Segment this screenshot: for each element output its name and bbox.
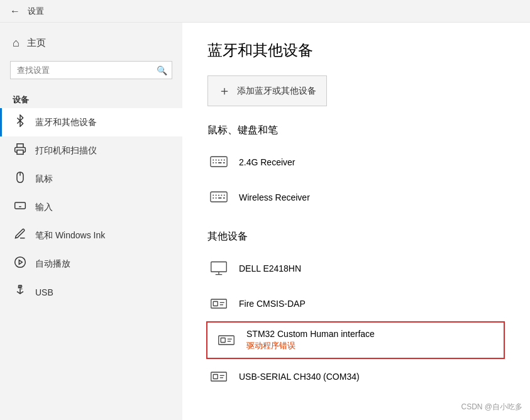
back-button[interactable]: ← — [10, 6, 20, 17]
sidebar-item-usb-label: USB — [35, 287, 53, 297]
sidebar-item-printers-label: 打印机和扫描仪 — [35, 145, 97, 157]
svg-rect-0 — [17, 150, 23, 155]
usb-device-icon-1 — [207, 292, 230, 315]
device-wireless-receiver[interactable]: Wireless Receiver — [207, 180, 505, 215]
other-devices-section: 其他设备 DELL E2418HN — [207, 230, 505, 394]
sidebar: ⌂ 主页 🔍 设备 蓝牙和其他设备 — [0, 23, 182, 420]
title-bar-title: 设置 — [28, 6, 44, 17]
keyboard-device-icon-1 — [207, 151, 230, 174]
add-device-button[interactable]: ＋ 添加蓝牙或其他设备 — [207, 75, 327, 106]
printer-icon — [13, 143, 28, 158]
sidebar-item-pen[interactable]: 笔和 Windows Ink — [0, 221, 182, 250]
svg-rect-37 — [213, 302, 218, 306]
device-stm32[interactable]: STM32 Custom Human interface 驱动程序错误 — [206, 321, 505, 359]
device-stm32-name: STM32 Custom Human interface — [246, 329, 375, 339]
svg-point-10 — [15, 257, 26, 268]
pen-icon — [13, 228, 28, 243]
bluetooth-icon — [13, 114, 28, 130]
device-wireless-receiver-name: Wireless Receiver — [239, 192, 310, 202]
add-icon: ＋ — [218, 82, 231, 99]
device-usb-serial[interactable]: USB-SERIAL CH340 (COM34) — [207, 359, 505, 394]
sidebar-item-input-label: 输入 — [35, 202, 53, 213]
mouse-icon — [13, 171, 28, 187]
sidebar-item-mouse[interactable]: 鼠标 — [0, 165, 182, 193]
device-dell-name: DELL E2418HN — [239, 263, 301, 274]
svg-rect-2 — [15, 202, 26, 209]
device-stm32-info: STM32 Custom Human interface 驱动程序错误 — [246, 329, 375, 351]
monitor-icon — [207, 257, 230, 280]
sidebar-item-mouse-label: 鼠标 — [35, 174, 53, 185]
sidebar-home[interactable]: ⌂ 主页 — [0, 30, 182, 56]
title-bar: ← 设置 — [0, 0, 530, 23]
sidebar-search: 🔍 — [10, 61, 172, 79]
content-area: 蓝牙和其他设备 ＋ 添加蓝牙或其他设备 鼠标、键盘和笔 — [182, 23, 530, 420]
page-title: 蓝牙和其他设备 — [207, 40, 505, 60]
sidebar-item-printers[interactable]: 打印机和扫描仪 — [0, 136, 182, 165]
sidebar-item-autoplay-label: 自动播放 — [35, 258, 70, 270]
sidebar-item-input[interactable]: 输入 — [0, 193, 182, 221]
usb-icon — [13, 284, 28, 300]
device-fire-cmsis-name: Fire CMSIS-DAP — [239, 299, 306, 309]
keyboard-icon — [13, 199, 28, 215]
main-layout: ⌂ 主页 🔍 设备 蓝牙和其他设备 — [0, 23, 530, 420]
device-fire-cmsis[interactable]: Fire CMSIS-DAP — [207, 286, 505, 321]
svg-marker-11 — [19, 260, 22, 265]
sidebar-section-label: 设备 — [0, 89, 182, 108]
autoplay-icon — [13, 256, 28, 272]
svg-rect-23 — [211, 192, 227, 202]
home-label: 主页 — [27, 37, 46, 49]
home-icon: ⌂ — [13, 36, 19, 50]
sidebar-item-bluetooth[interactable]: 蓝牙和其他设备 — [0, 108, 182, 136]
device-stm32-sub: 驱动程序错误 — [246, 340, 375, 351]
keyboard-device-icon-2 — [207, 186, 230, 209]
device-2g-receiver-name: 2.4G Receiver — [239, 157, 295, 167]
sidebar-item-usb[interactable]: USB — [0, 278, 182, 306]
svg-rect-45 — [213, 375, 218, 379]
mouse-keyboard-section: 鼠标、键盘和笔 2.4G R — [207, 124, 505, 215]
add-device-label: 添加蓝牙或其他设备 — [237, 86, 316, 97]
usb-device-icon-2 — [215, 329, 238, 351]
device-dell-monitor[interactable]: DELL E2418HN — [207, 251, 505, 286]
sidebar-item-pen-label: 笔和 Windows Ink — [35, 230, 105, 241]
device-usb-serial-name: USB-SERIAL CH340 (COM34) — [239, 372, 360, 382]
sidebar-item-autoplay[interactable]: 自动播放 — [0, 250, 182, 278]
sidebar-item-bluetooth-label: 蓝牙和其他设备 — [35, 117, 97, 128]
search-input[interactable] — [10, 61, 172, 79]
svg-rect-41 — [221, 338, 225, 343]
svg-rect-13 — [211, 157, 227, 167]
other-devices-section-title: 其他设备 — [207, 230, 505, 243]
device-2g-receiver[interactable]: 2.4G Receiver — [207, 145, 505, 180]
usb-device-icon-3 — [207, 365, 230, 388]
mouse-keyboard-section-title: 鼠标、键盘和笔 — [207, 124, 505, 137]
svg-rect-33 — [211, 262, 227, 272]
search-icon: 🔍 — [157, 65, 167, 75]
